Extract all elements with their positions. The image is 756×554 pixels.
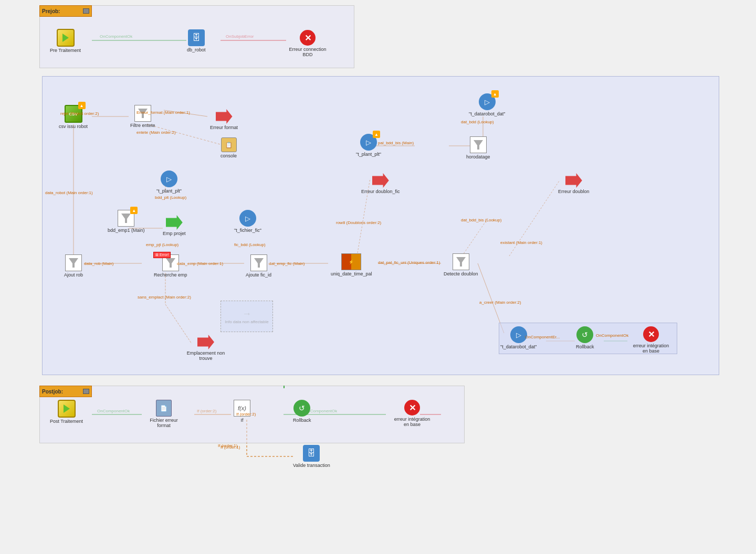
node-label: Rollback [576,344,594,349]
node-post-traitement[interactable]: Post Traitement [50,400,83,424]
db-icon-valide: 🗄 [303,445,320,462]
warning-badge-bdd: ▲ [130,207,138,214]
node-rollback-post[interactable]: ↺ Rollback [293,400,311,423]
svg-marker-37 [138,109,148,118]
node-erreur-conn-bdd[interactable]: ✕ Erreur connection BDD [287,30,329,57]
node-label: Recherche emp [154,272,187,278]
node-erreur-integration-post[interactable]: ✕ erreur intégration en base [391,400,433,427]
node-label: db_robot [187,47,206,52]
arrow-red-icon-emplacement [197,335,214,349]
prejob-header: Prejob: [39,5,92,17]
node-pre-traitement[interactable]: Pre Traitement [50,29,81,53]
ghost-arrow-icon: → [242,308,251,319]
svg-marker-43 [474,140,483,150]
node-console[interactable]: 📋 console [220,137,237,158]
node-if[interactable]: f(x) If [234,400,250,423]
node-t-plant-plt-1[interactable]: ▷ "t_plant_plt" [156,171,182,194]
db-icon: 🗄 [188,29,205,46]
node-erreur-format[interactable]: Erreur format [210,109,238,130]
rollback-icon-post: ↺ [293,400,310,417]
node-label: erreur intégration en base [630,343,672,354]
node-label: Erreur format [210,125,238,130]
node-detecte-doublon[interactable]: Detecte doublon [444,253,478,276]
node-t-plant-plt-2[interactable]: ▷ ▲ "t_plant_plt" [356,134,381,157]
node-bdd-emp1[interactable]: ▲ bdd_emp1 (Main) [108,210,145,233]
node-db-robot[interactable]: 🗄 db_robot [187,29,206,52]
node-emplacement-non-trouve[interactable]: Emplacement non trouve [185,335,227,361]
node-fichier-erreur-format[interactable]: 📄 Fichier erreur format [143,400,185,428]
node-filtre-entete[interactable]: Filtre entete [130,105,155,128]
filter-icon-horodatage [470,136,487,153]
filter-icon-ajout [65,254,82,271]
node-label: "t_plant_plt" [356,152,381,157]
node-label: uniq_date_time_pal [331,271,372,276]
node-csv-issu-robot[interactable]: CSV ▲ csv issu robot [59,105,88,129]
node-label: Erreur doublon [558,189,590,194]
play-icon-post [58,400,76,418]
node-t-datarobot-dat-bot[interactable]: ▷ "t_datarobot_dat" [500,326,537,349]
node-uniq-date-time-pal[interactable]: ⚡ uniq_date_time_pal [331,253,372,276]
error-badge-recherche: ⊠ Error! [153,252,171,258]
node-label: Filtre entete [130,123,155,128]
node-label: Detecte doublon [444,271,478,276]
uniq-icon: ⚡ [341,253,361,270]
node-label: bdd_emp1 (Main) [108,228,145,233]
node-label: Post Traitement [50,419,83,424]
console-icon: 📋 [221,137,237,152]
node-valide-transaction[interactable]: 🗄 Valide transaction [293,445,330,468]
node-label: "t_fichier_fic" [234,228,261,233]
prejob-title: Prejob: [42,8,60,14]
rollback-icon-main: ↺ [576,326,593,343]
node-label: erreur intégration en base [391,417,433,427]
postjob-minimize-btn[interactable] [83,389,89,394]
node-info-data-non-affectable: → Info data non affectable [220,301,273,332]
error-icon-main: ✕ [643,326,659,342]
node-label: Emp projet [163,231,186,236]
node-label: console [220,153,237,158]
warning-badge-tdr-top: ▲ [491,90,499,98]
edge-label-if-order1: If (order:1) [218,443,237,448]
if-icon: f(x) [234,400,250,417]
filter-icon-detecte [453,253,469,270]
filter-icon [134,105,151,122]
svg-marker-41 [254,258,264,268]
ghost-label: Info data non affectable [225,319,268,324]
error-icon: ✕ [300,30,316,46]
prejob-minimize-btn[interactable] [83,8,89,14]
node-ajout-rob[interactable]: Ajout rob [64,254,83,278]
node-label: Fichier erreur format [143,418,185,428]
lookup-icon-tdr-bot: ▷ [510,326,527,343]
svg-marker-39 [69,258,78,268]
node-label: Erreur connection BDD [287,47,329,57]
node-label: Rollback [293,418,311,423]
node-label: Pre Traitement [50,48,81,53]
node-t-datarobot-dat-top[interactable]: ▷ ▲ "t_datarobot_dat" [469,93,505,116]
svg-text:If (order:1): If (order:1) [220,445,240,450]
node-label: Ajoute fic_id [246,272,271,278]
node-label: horodatage [466,154,490,159]
node-t-fichier-fic[interactable]: ▷ "t_fichier_fic" [234,210,261,233]
node-label: Ajout rob [64,272,83,278]
node-erreur-doublon[interactable]: Erreur doublon [558,173,590,194]
node-horodatage[interactable]: horodatage [466,136,490,159]
node-erreur-integration-main[interactable]: ✕ erreur intégration en base [630,326,672,354]
warning-badge: ▲ [78,102,86,109]
panel-indicator-post [284,386,285,388]
filter-icon-ajoute [250,254,267,271]
error-icon-post: ✕ [404,400,420,416]
postjob-header: Postjob: [39,386,92,397]
node-label: "t_datarobot_dat" [500,344,537,349]
postjob-title: Postjob: [42,389,63,395]
lookup-icon-fic: ▷ [239,210,256,227]
arrow-green-icon [166,215,183,230]
node-ajoute-fic-id[interactable]: Ajoute fic_id [246,254,271,278]
play-icon [57,29,75,47]
node-emp-projet[interactable]: Emp projet [163,215,186,236]
arrow-red-icon-doublon-fic [372,173,389,188]
node-erreur-doublon-fic[interactable]: Erreur doublon_fic [361,173,400,194]
svg-marker-38 [121,214,131,223]
node-rollback-main[interactable]: ↺ Rollback [576,326,594,349]
node-label: Valide transaction [293,463,330,468]
svg-marker-40 [166,258,175,268]
warning-badge-tp2: ▲ [373,131,380,138]
